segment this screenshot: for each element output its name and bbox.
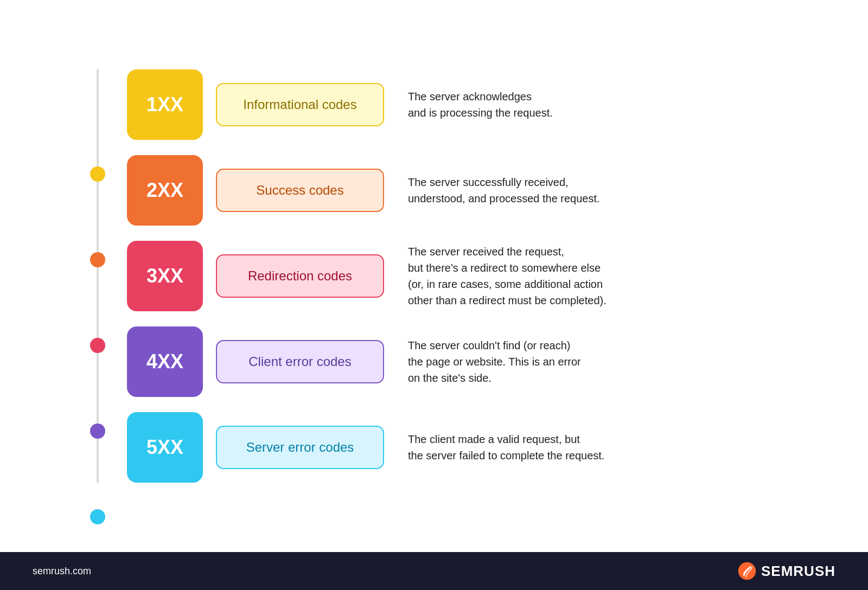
semrush-logo: SEMRUSH	[737, 561, 835, 581]
code-label-1: 1XX	[146, 93, 183, 116]
rows-container: 1XXInformational codesThe server acknowl…	[127, 69, 787, 483]
row-row-5: 5XXServer error codesThe client made a v…	[127, 412, 787, 483]
name-label-5: Server error codes	[246, 440, 354, 455]
timeline-dot-2	[90, 252, 105, 267]
name-box-5: Server error codes	[216, 426, 384, 469]
code-label-2: 2XX	[146, 179, 183, 202]
name-label-1: Informational codes	[243, 97, 356, 112]
description-4: The server couldn't find (or reach) the …	[397, 337, 787, 386]
footer: semrush.com SEMRUSH	[0, 552, 868, 590]
description-3: The server received the request, but the…	[397, 243, 787, 309]
row-row-1: 1XXInformational codesThe server acknowl…	[127, 69, 787, 140]
footer-url: semrush.com	[33, 566, 91, 577]
semrush-brand-name: SEMRUSH	[761, 563, 835, 580]
code-box-2: 2XX	[127, 155, 203, 226]
name-label-4: Client error codes	[248, 354, 351, 369]
description-2: The server successfully received, unders…	[397, 174, 787, 207]
row-row-2: 2XXSuccess codesThe server successfully …	[127, 155, 787, 226]
code-label-4: 4XX	[146, 350, 183, 373]
name-box-2: Success codes	[216, 169, 384, 212]
timeline-track	[97, 69, 99, 483]
code-box-4: 4XX	[127, 326, 203, 397]
timeline-dot-1	[90, 166, 105, 182]
code-label-5: 5XX	[146, 436, 183, 459]
timeline-dot-5	[90, 509, 105, 524]
name-label-2: Success codes	[256, 183, 343, 198]
name-box-3: Redirection codes	[216, 254, 384, 298]
code-box-5: 5XX	[127, 412, 203, 483]
row-row-4: 4XXClient error codesThe server couldn't…	[127, 326, 787, 397]
row-row-3: 3XXRedirection codesThe server received …	[127, 241, 787, 311]
semrush-icon	[737, 561, 757, 581]
code-box-1: 1XX	[127, 69, 203, 140]
name-box-1: Informational codes	[216, 83, 384, 126]
description-1: The server acknowledges and is processin…	[397, 88, 787, 121]
timeline-dot-3	[90, 338, 105, 353]
description-5: The client made a valid request, but the…	[397, 431, 787, 464]
code-label-3: 3XX	[146, 265, 183, 287]
main-content: 1XXInformational codesThe server acknowl…	[0, 0, 868, 552]
name-box-4: Client error codes	[216, 340, 384, 383]
timeline-dot-4	[90, 424, 105, 439]
timeline	[81, 69, 114, 483]
name-label-3: Redirection codes	[248, 268, 352, 284]
code-box-3: 3XX	[127, 241, 203, 311]
diagram: 1XXInformational codesThe server acknowl…	[81, 69, 787, 483]
